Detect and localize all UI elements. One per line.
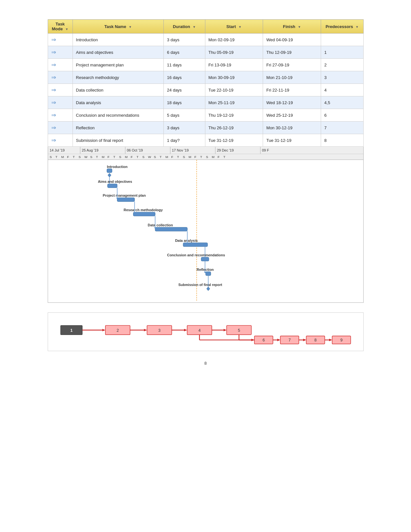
cell-task-name: Introduction (73, 34, 164, 46)
cell-start: Mon 25-11-19 (205, 96, 263, 109)
cell-mode: ⇒ (48, 71, 73, 84)
header-finish[interactable]: Finish ▼ (263, 20, 321, 34)
cell-duration: 3 days (164, 34, 205, 46)
task-mode-icon: ⇒ (51, 87, 56, 93)
header-start-label: Start (226, 24, 236, 29)
cell-task-name: Submission of final report (73, 134, 164, 147)
svg-text:M: M (125, 155, 127, 159)
header-mode[interactable]: Task Mode ▼ (48, 20, 73, 34)
cell-start: Mon 30-09-19 (205, 71, 263, 84)
task-mode-icon: ⇒ (51, 99, 56, 106)
svg-text:06 Oct '19: 06 Oct '19 (127, 148, 143, 152)
cell-predecessors: 3 (321, 71, 363, 84)
cell-mode: ⇒ (48, 59, 73, 71)
cell-task-name: Data collection (73, 84, 164, 96)
svg-text:M: M (189, 155, 191, 159)
cell-start: Thu 26-12-19 (205, 122, 263, 134)
svg-text:29 Dec '19: 29 Dec '19 (217, 148, 233, 152)
task-mode-icon: ⇒ (51, 74, 56, 81)
svg-text:F: F (194, 155, 196, 159)
cell-mode: ⇒ (48, 134, 73, 147)
cell-predecessors (321, 34, 363, 46)
svg-text:S: S (142, 155, 144, 159)
header-predecessors[interactable]: Predecessors ▼ (321, 20, 363, 34)
header-duration[interactable]: Duration ▼ (164, 20, 205, 34)
svg-text:Introduction: Introduction (107, 165, 127, 169)
cell-predecessors: 8 (321, 134, 363, 147)
cell-mode: ⇒ (48, 84, 73, 96)
svg-rect-64 (155, 227, 187, 231)
svg-text:14 Jul '19: 14 Jul '19 (49, 148, 64, 152)
cell-finish: Wed 04-09-19 (263, 34, 321, 46)
cell-predecessors: 1 (321, 46, 363, 59)
svg-text:T: T (55, 155, 57, 159)
task-table: Task Mode ▼ Task Name ▼ Duration ▼ Start… (48, 19, 364, 147)
cell-predecessors: 4,5 (321, 96, 363, 109)
cell-duration: 11 days (164, 59, 205, 71)
svg-text:2: 2 (116, 328, 119, 333)
svg-text:T: T (73, 155, 74, 159)
svg-text:T: T (113, 155, 115, 159)
cell-mode: ⇒ (48, 96, 73, 109)
cell-duration: 6 days (164, 46, 205, 59)
header-predecessors-label: Predecessors (326, 24, 353, 29)
svg-rect-49 (107, 169, 112, 172)
page-number-text: 8 (204, 361, 207, 366)
svg-text:Data analysis: Data analysis (175, 239, 198, 242)
cell-duration: 24 days (164, 84, 205, 96)
svg-rect-82 (54, 320, 357, 351)
svg-text:Conclusion and recommendations: Conclusion and recommendations (167, 253, 225, 257)
svg-text:S: S (119, 155, 121, 159)
svg-rect-56 (117, 198, 134, 202)
svg-text:T: T (223, 155, 225, 159)
cell-finish: Thu 12-09-19 (263, 46, 321, 59)
table-row: ⇒Conclusion and recommendations5 daysThu… (48, 109, 363, 122)
svg-rect-0 (48, 147, 363, 301)
cell-mode: ⇒ (48, 109, 73, 122)
svg-text:M: M (102, 155, 104, 159)
cell-task-name: Project management plan (73, 59, 164, 71)
sort-arrow-duration: ▼ (192, 25, 196, 29)
svg-text:F: F (217, 155, 219, 159)
header-start[interactable]: Start ▼ (205, 20, 263, 34)
svg-text:T: T (200, 155, 202, 159)
cell-finish: Fri 27-09-19 (263, 59, 321, 71)
svg-text:M: M (211, 155, 214, 159)
table-row: ⇒Data analysis18 daysMon 25-11-19Wed 18-… (48, 96, 363, 109)
sort-arrow-name: ▼ (129, 25, 132, 29)
cell-task-name: Data analysis (73, 96, 164, 109)
cell-finish: Wed 25-12-19 (263, 109, 321, 122)
svg-rect-14 (48, 154, 363, 160)
svg-text:S: S (206, 155, 208, 159)
svg-text:8: 8 (314, 338, 317, 342)
cell-predecessors: 6 (321, 109, 363, 122)
cell-task-name: Reflection (73, 122, 164, 134)
sort-arrow-start: ▼ (239, 25, 242, 29)
sort-arrow-mode: ▼ (65, 27, 68, 31)
svg-text:S: S (78, 155, 81, 159)
cell-start: Mon 02-09-19 (205, 34, 263, 46)
task-mode-icon: ⇒ (51, 36, 56, 43)
header-name[interactable]: Task Name ▼ (73, 20, 164, 34)
task-mode-icon: ⇒ (51, 112, 56, 118)
svg-text:T: T (136, 155, 138, 159)
network-diagram: 1 2 3 4 5 (48, 312, 364, 351)
svg-text:F: F (171, 155, 173, 159)
svg-text:T: T (96, 155, 98, 159)
cell-mode: ⇒ (48, 34, 73, 46)
cell-task-name: Aims and objectives (73, 46, 164, 59)
svg-text:T: T (177, 155, 179, 159)
table-row: ⇒Reflection3 daysThu 26-12-19Mon 30-12-1… (48, 122, 363, 134)
svg-text:Project management plan: Project management plan (103, 193, 146, 197)
svg-text:3: 3 (158, 328, 160, 333)
cell-duration: 3 days (164, 122, 205, 134)
cell-task-name: Conclusion and recommendations (73, 109, 164, 122)
cell-duration: 1 day? (164, 134, 205, 147)
svg-text:25 Aug '19: 25 Aug '19 (82, 148, 98, 152)
svg-text:F: F (131, 155, 132, 159)
svg-rect-76 (206, 272, 211, 276)
svg-text:M: M (165, 155, 168, 159)
svg-text:1: 1 (70, 328, 73, 333)
cell-finish: Mon 21-10-19 (263, 71, 321, 84)
svg-rect-60 (133, 212, 155, 216)
